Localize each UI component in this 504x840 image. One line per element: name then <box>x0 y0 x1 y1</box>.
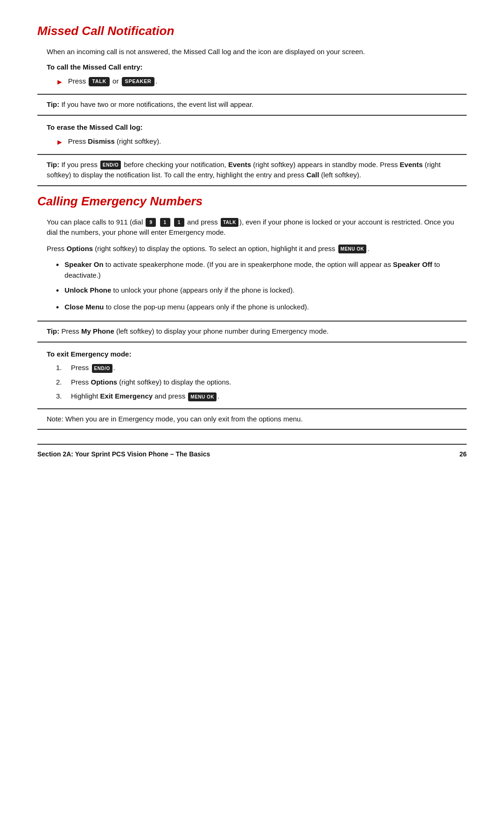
footer-left: Section 2A: Your Sprint PCS Vision Phone… <box>37 449 210 459</box>
footer-bar: Section 2A: Your Sprint PCS Vision Phone… <box>37 444 467 459</box>
exit-emergency-steps: 1. Press END/O. 2. Press Options (right … <box>56 363 467 402</box>
tip-label-2: Tip: <box>47 161 59 168</box>
step-1-text: Press END/O. <box>71 363 115 373</box>
close-menu-text: Close Menu to close the pop-up menu (app… <box>64 302 309 313</box>
menu-ok-step3: MENU OK <box>188 392 217 401</box>
digit-9-badge: 9 <box>146 218 156 227</box>
options-bold: Options <box>67 245 93 252</box>
bullet-talk-or-speaker: ► Press TALK or SPEAKER. <box>56 76 467 87</box>
bullet-dismiss: ► Press Dismiss (right softkey). <box>56 136 467 147</box>
exit-step-3: 3. Highlight Exit Emergency and press ME… <box>56 391 467 402</box>
section-title-missed-call: Missed Call Notification <box>37 22 467 40</box>
tip-text-emergency: Press My Phone (left softkey) to display… <box>61 327 329 335</box>
note-text: When you are in Emergency mode, you can … <box>65 415 303 423</box>
step-3-text: Highlight Exit Emergency and press MENU … <box>71 391 219 402</box>
dot-bullet-2: • <box>56 285 59 297</box>
unlock-phone-text: Unlock Phone to unlock your phone (appea… <box>64 285 294 296</box>
dot-item-unlock-phone: • Unlock Phone to unlock your phone (app… <box>56 285 467 297</box>
exit-step-1: 1. Press END/O. <box>56 363 467 373</box>
tip-text-2: If you press <box>61 161 99 168</box>
exit-step-2: 2. Press Options (right softkey) to disp… <box>56 377 467 388</box>
dot-bullet-1: • <box>56 259 59 272</box>
section-title-emergency: Calling Emergency Numbers <box>37 193 467 210</box>
step-num-2: 2. <box>56 377 65 388</box>
note-box-emergency: Note: When you are in Emergency mode, yo… <box>37 408 467 430</box>
tip-box-my-phone: Tip: Press My Phone (left softkey) to di… <box>37 321 467 343</box>
tip-text-1: If you have two or more notifications, t… <box>61 100 253 108</box>
speaker-key-badge: SPEAKER <box>122 77 155 86</box>
options-para: Press Options (right softkey) to display… <box>37 244 467 254</box>
sub-heading-call-entry: To call the Missed Call entry: <box>47 62 467 72</box>
step-num-1: 1. <box>56 363 65 373</box>
arrow-icon-2: ► <box>56 137 63 147</box>
sub-heading-erase-log: To erase the Missed Call log: <box>47 122 467 133</box>
tip-label-1: Tip: <box>47 100 59 108</box>
end-key-badge-tip: END/O <box>100 161 121 169</box>
digit-1a-badge: 1 <box>160 218 170 227</box>
digit-1b-badge: 1 <box>174 218 184 227</box>
dismiss-bold: Dismiss <box>88 137 115 145</box>
tip-box-notifications: Tip: If you have two or more notificatio… <box>37 94 467 116</box>
footer-page-number: 26 <box>459 449 467 459</box>
or-connector: or <box>112 77 121 85</box>
step-2-text: Press Options (right softkey) to display… <box>71 377 231 388</box>
emergency-options-list: • Speaker On to activate speakerphone mo… <box>56 259 467 314</box>
talk-key-badge: TALK <box>89 77 110 86</box>
dot-bullet-3: • <box>56 301 59 314</box>
sub-heading-exit-emergency: To exit Emergency mode: <box>47 349 467 359</box>
talk-badge-emergency: TALK <box>221 218 238 227</box>
missed-call-intro: When an incoming call is not answered, t… <box>37 47 467 57</box>
speaker-on-text: Speaker On to activate speakerphone mode… <box>64 259 467 280</box>
bullet-dismiss-text: Press Dismiss (right softkey). <box>68 136 161 147</box>
menu-ok-badge: MENU OK <box>338 245 367 253</box>
bullet-talk-text: Press TALK or SPEAKER. <box>68 76 158 86</box>
dot-item-speaker-on: • Speaker On to activate speakerphone mo… <box>56 259 467 280</box>
step-num-3: 3. <box>56 391 65 402</box>
end-key-step1: END/O <box>92 364 112 373</box>
note-label: Note: <box>47 415 63 423</box>
dot-item-close-menu: • Close Menu to close the pop-up menu (a… <box>56 302 467 314</box>
emergency-intro: You can place calls to 911 (dial 9 1 1 a… <box>37 217 467 238</box>
arrow-icon: ► <box>56 77 63 87</box>
tip-box-end-button: Tip: If you press END/O before checking … <box>37 154 467 186</box>
tip-label-emergency: Tip: <box>47 327 59 335</box>
